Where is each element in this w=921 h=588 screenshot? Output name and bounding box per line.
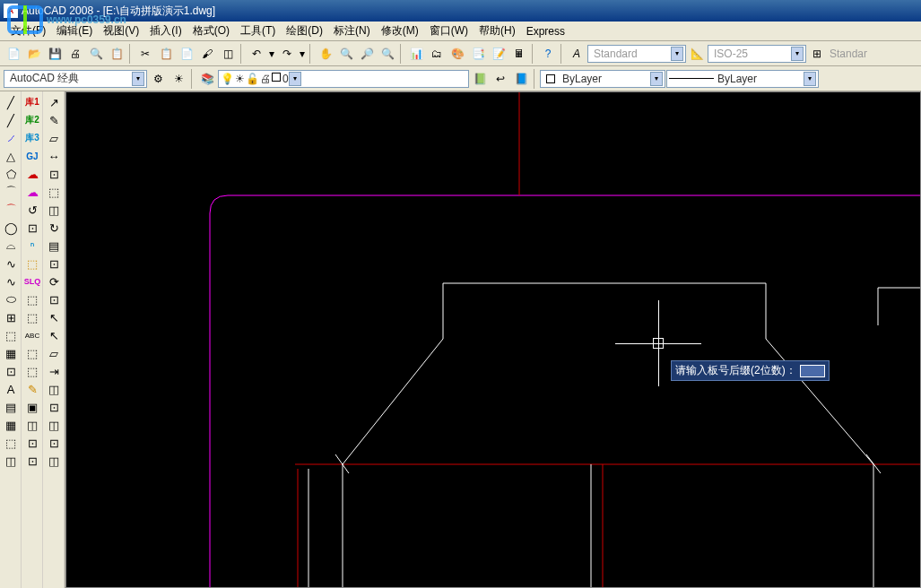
spline-icon[interactable]: ⌓ — [1, 237, 21, 255]
linetype-combo[interactable]: ByLayer ▾ — [666, 70, 819, 88]
join-icon[interactable]: ↖ — [44, 308, 64, 326]
tool-icon[interactable]: ⬚ — [22, 362, 42, 380]
table-icon[interactable]: ▤ — [1, 398, 21, 416]
menu-file[interactable]: 文件(F) — [5, 22, 51, 40]
dropdown-icon[interactable]: ▾ — [650, 72, 663, 86]
text-style-icon[interactable]: A — [567, 44, 586, 64]
erase-icon[interactable]: ↗ — [44, 93, 64, 111]
box-icon[interactable]: ⊡ — [22, 219, 42, 237]
polygon-icon[interactable]: △ — [1, 147, 21, 165]
rotate-icon[interactable]: ◫ — [44, 201, 64, 219]
layer-combo[interactable]: 💡 ☀ 🔓 🖨 0 ▾ — [218, 70, 469, 88]
table-style-icon[interactable]: ⊞ — [807, 44, 827, 64]
dropdown-icon[interactable]: ▾ — [289, 72, 301, 86]
pan-icon[interactable]: ✋ — [316, 44, 335, 64]
revision-cloud-icon[interactable]: ◯ — [1, 219, 21, 237]
tool-icon[interactable]: ◫ — [22, 416, 42, 434]
color-combo[interactable]: ByLayer ▾ — [540, 70, 665, 88]
insert-block-icon[interactable]: ⬭ — [1, 290, 21, 308]
ellipse-icon[interactable]: ∿ — [1, 255, 21, 272]
tool-icon[interactable]: ◫ — [44, 452, 64, 470]
open-icon[interactable]: 📂 — [24, 44, 44, 64]
tool-palettes-icon[interactable]: 🎨 — [447, 44, 467, 64]
zoom-previous-icon[interactable]: 🔍 — [378, 44, 397, 64]
stretch-icon[interactable]: ▤ — [44, 237, 64, 255]
layer-match-icon[interactable]: 📘 — [511, 69, 531, 89]
ellipse-arc-icon[interactable]: ∿ — [1, 272, 21, 290]
paste-icon[interactable]: 📄 — [177, 44, 196, 64]
library3-icon[interactable]: 库3 — [22, 129, 42, 147]
print-icon[interactable]: 🖨 — [65, 44, 85, 64]
make-block-icon[interactable]: ⊞ — [1, 308, 21, 326]
menu-format[interactable]: 格式(O) — [187, 22, 235, 40]
tool-icon[interactable]: ◫ — [44, 416, 64, 434]
fillet-icon[interactable]: ▱ — [44, 344, 64, 362]
tool-icon[interactable]: ⊡ — [44, 434, 64, 452]
redo-dropdown-icon[interactable]: ▾ — [298, 44, 307, 64]
cloud-icon[interactable]: ☁ — [22, 165, 42, 183]
cut-icon[interactable]: ✂ — [135, 44, 155, 64]
publish-icon[interactable]: 📋 — [107, 44, 126, 64]
offset-icon[interactable]: ↔ — [44, 147, 64, 165]
tool-icon[interactable]: ▣ — [22, 398, 42, 416]
scale-icon[interactable]: ↻ — [44, 219, 64, 237]
tool-icon[interactable]: ⬚ — [22, 344, 42, 362]
hatch-icon[interactable]: ▦ — [1, 344, 21, 362]
zoom-window-icon[interactable]: 🔎 — [357, 44, 377, 64]
circle-icon[interactable]: ⌒ — [1, 201, 21, 219]
menu-draw[interactable]: 绘图(D) — [281, 22, 328, 40]
menu-modify[interactable]: 修改(M) — [376, 22, 424, 40]
workspace-combo[interactable]: AutoCAD 经典 ▾ — [4, 70, 147, 88]
block-icon[interactable]: ◫ — [218, 44, 238, 64]
dropdown-icon[interactable]: ▾ — [791, 47, 804, 61]
save-icon[interactable]: 💾 — [45, 44, 65, 64]
properties-icon[interactable]: 📊 — [406, 44, 426, 64]
tool-icon[interactable]: ◫ — [1, 452, 21, 470]
menu-help[interactable]: 帮助(H) — [474, 22, 521, 40]
pencil-icon[interactable]: ✎ — [22, 380, 42, 398]
array-icon[interactable]: ⊡ — [44, 165, 64, 183]
line-icon[interactable]: ╱ — [1, 93, 21, 111]
tool-icon[interactable]: ⬚ — [1, 434, 21, 452]
workspace-save-icon[interactable]: ☀ — [169, 69, 188, 89]
menu-window[interactable]: 窗口(W) — [424, 22, 474, 40]
menu-dimension[interactable]: 标注(N) — [328, 22, 376, 40]
redo-icon[interactable]: ↷ — [277, 44, 297, 64]
new-icon[interactable]: 📄 — [4, 44, 23, 64]
help-icon[interactable]: ? — [538, 44, 558, 64]
prompt-input[interactable] — [800, 365, 825, 377]
tool-icon[interactable]: ⊡ — [22, 434, 42, 452]
mirror-icon[interactable]: ▱ — [44, 129, 64, 147]
menu-insert[interactable]: 插入(I) — [144, 22, 187, 40]
explode-icon[interactable]: ⇥ — [44, 362, 64, 380]
slq-icon[interactable]: SLQ — [22, 272, 42, 290]
menu-edit[interactable]: 编辑(E) — [51, 22, 98, 40]
menu-tools[interactable]: 工具(T) — [235, 22, 281, 40]
sheet-set-icon[interactable]: 📑 — [468, 44, 488, 64]
chamfer-icon[interactable]: ↖ — [44, 326, 64, 344]
arc-icon[interactable]: ⌒ — [1, 183, 21, 201]
n-icon[interactable]: ⁿ — [22, 237, 42, 255]
undo-dropdown-icon[interactable]: ▾ — [267, 44, 276, 64]
dropdown-icon[interactable]: ▾ — [804, 72, 816, 86]
polyline-icon[interactable]: ⟋ — [1, 129, 21, 147]
library1-icon[interactable]: 库1 — [22, 93, 42, 111]
point-icon[interactable]: ⬚ — [1, 326, 21, 344]
tool-icon[interactable]: ⬚ — [22, 308, 42, 326]
library2-icon[interactable]: 库2 — [22, 111, 42, 129]
drawing-canvas[interactable]: 请输入板号后缀(2位数)： — [65, 91, 921, 588]
tool-icon[interactable]: ◫ — [44, 380, 64, 398]
text-style-combo[interactable]: Standard ▾ — [587, 45, 686, 63]
extend-icon[interactable]: ⟳ — [44, 272, 64, 290]
quickcalc-icon[interactable]: 🖩 — [509, 44, 529, 64]
rectangle-icon[interactable]: ⬠ — [1, 165, 21, 183]
match-icon[interactable]: 🖌 — [197, 44, 217, 64]
rotate-icon[interactable]: ↺ — [22, 201, 42, 219]
region-icon[interactable]: A — [1, 380, 21, 398]
undo-icon[interactable]: ↶ — [247, 44, 266, 64]
layer-states-icon[interactable]: 📗 — [470, 69, 490, 89]
menu-express[interactable]: Express — [521, 23, 570, 39]
break-icon[interactable]: ⊡ — [44, 290, 64, 308]
copy-icon[interactable]: ✎ — [44, 111, 64, 129]
tool-icon[interactable]: ⊡ — [44, 398, 64, 416]
